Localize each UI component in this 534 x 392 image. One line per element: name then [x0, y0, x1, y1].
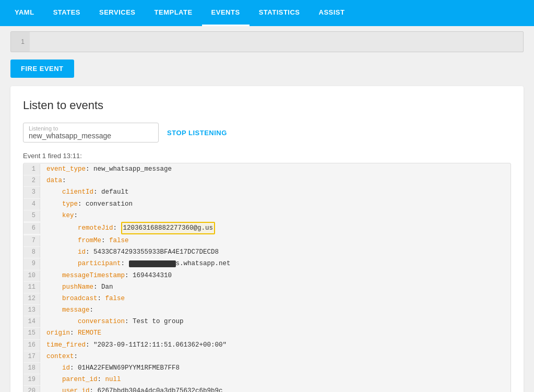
line-number: 15 [23, 328, 40, 339]
line-content: messageTimestamp: 1694434310 [40, 270, 178, 281]
nav-item-template[interactable]: TEMPLATE [145, 0, 202, 26]
nav-item-statistics[interactable]: STATISTICS [250, 0, 310, 26]
line-content: data: [40, 175, 73, 186]
line-number: 10 [23, 270, 40, 281]
line-number: 6 [23, 223, 40, 234]
listen-input-value: new_whatsapp_message [29, 132, 153, 140]
main-content: 1 FIRE EVENT Listen to events Listening … [0, 31, 534, 392]
line-number: 7 [23, 235, 40, 246]
top-navigation: YAMLSTATESSERVICESTEMPLATEEVENTSSTATISTI… [0, 0, 534, 26]
nav-item-assist[interactable]: ASSIST [310, 0, 354, 26]
fire-event-button[interactable]: FIRE EVENT [10, 60, 74, 78]
table-row: 11 pushName: Dan [23, 281, 511, 293]
event-code-block: 1event_type: new_whatsapp_message2data:3… [23, 163, 511, 392]
line-content: user_id: 6267bbdb304a4dc0a3db75632c6b9b9… [40, 385, 229, 392]
line-content: id: 01HA22FEWN69PYYM1RFMEB7FF8 [40, 362, 186, 374]
table-row: 18 id: 01HA22FEWN69PYYM1RFMEB7FF8 [23, 362, 511, 374]
table-row: 7 fromMe: false [23, 235, 511, 246]
line-content: conversation: Test to group [40, 316, 190, 327]
listen-input-label: Listening to [29, 125, 58, 132]
line-number: 14 [23, 316, 40, 327]
editor-line-number: 1 [11, 32, 30, 52]
table-row: 19 parent_id: null [23, 374, 511, 385]
stop-listening-button[interactable]: STOP LISTENING [167, 129, 227, 137]
line-content: fromMe: false [40, 235, 135, 246]
line-number: 13 [23, 305, 40, 316]
line-number: 19 [23, 374, 40, 385]
table-row: 4 type: conversation [23, 198, 511, 210]
line-number: 3 [23, 187, 40, 198]
line-number: 17 [23, 351, 40, 362]
table-row: 1event_type: new_whatsapp_message [23, 163, 511, 175]
line-number: 5 [23, 210, 40, 221]
line-number: 9 [23, 258, 40, 269]
line-content: broadcast: false [40, 293, 131, 304]
code-editor-input[interactable] [30, 34, 523, 50]
line-content: origin: REMOTE [40, 327, 108, 339]
table-row: 6 remoteJid: 120363168882277360@g.us [23, 221, 511, 235]
line-content: context: [40, 351, 84, 362]
nav-item-events[interactable]: EVENTS [202, 0, 250, 26]
line-content: message: [40, 304, 100, 316]
table-row: 13 message: [23, 304, 511, 316]
line-content: clientId: default [40, 186, 135, 198]
table-row: 5 key: [23, 210, 511, 221]
code-editor-bar: 1 [10, 31, 524, 52]
table-row: 9 participant: s.whatsapp.net [23, 258, 511, 269]
nav-item-states[interactable]: STATES [44, 0, 90, 26]
line-content: type: conversation [40, 198, 139, 210]
line-content: participant: s.whatsapp.net [40, 258, 237, 269]
line-content: parent_id: null [40, 374, 127, 385]
listen-card: Listen to events Listening to new_whatsa… [10, 86, 524, 392]
table-row: 3 clientId: default [23, 186, 511, 198]
listen-input-wrap: Listening to new_whatsapp_message [23, 123, 159, 142]
listen-title: Listen to events [23, 99, 511, 112]
line-number: 16 [23, 340, 40, 351]
line-content: pushName: Dan [40, 281, 120, 293]
table-row: 20 user_id: 6267bbdb304a4dc0a3db75632c6b… [23, 385, 511, 392]
table-row: 14 conversation: Test to group [23, 316, 511, 327]
line-number: 20 [23, 386, 40, 392]
line-number: 12 [23, 293, 40, 304]
table-row: 2data: [23, 175, 511, 186]
line-number: 11 [23, 282, 40, 293]
table-row: 12 broadcast: false [23, 293, 511, 304]
listen-row: Listening to new_whatsapp_message STOP L… [23, 123, 511, 142]
line-content: event_type: new_whatsapp_message [40, 163, 178, 175]
line-number: 1 [23, 164, 40, 175]
table-row: 17context: [23, 351, 511, 362]
table-row: 10 messageTimestamp: 1694434310 [23, 270, 511, 281]
line-number: 2 [23, 175, 40, 186]
table-row: 16time_fired: "2023-09-11T12:11:51.06136… [23, 339, 511, 351]
line-content: id: 5433C874293355933BFA4E17DC7DECD8 [40, 246, 225, 258]
nav-item-services[interactable]: SERVICES [90, 0, 145, 26]
event-fired-header: Event 1 fired 13:11: [23, 152, 511, 160]
line-content: remoteJid: 120363168882277360@g.us [40, 221, 221, 235]
table-row: 8 id: 5433C874293355933BFA4E17DC7DECD8 [23, 246, 511, 258]
line-content: time_fired: "2023-09-11T12:11:51.061362+… [40, 339, 233, 351]
line-content: key: [40, 210, 84, 221]
line-number: 4 [23, 199, 40, 210]
nav-item-yaml[interactable]: YAML [5, 0, 44, 26]
line-number: 8 [23, 247, 40, 258]
table-row: 15origin: REMOTE [23, 327, 511, 339]
line-number: 18 [23, 363, 40, 374]
